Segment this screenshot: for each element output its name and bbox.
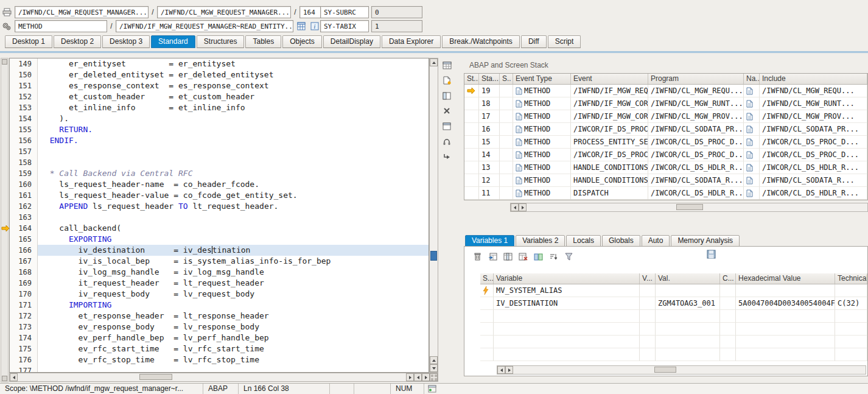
code-line[interactable]: 155 RETURN. (10, 124, 429, 135)
table-columns-button[interactable] (502, 251, 513, 262)
stack-row[interactable]: 14METHOD/IWCOR/IF_DS_PROCES.../IWCOR/CL_… (464, 149, 867, 161)
tab-standard[interactable]: Standard (151, 35, 195, 48)
next-page-button[interactable] (422, 373, 430, 381)
code-line[interactable]: 167 iv_is_local_bep = is_system_alias_in… (10, 256, 429, 267)
stack-row[interactable]: 17METHOD/IWFND/IF_MGW_CORE.../IWFND/CL_M… (464, 110, 867, 123)
goto-button[interactable] (441, 150, 453, 163)
variables-column-header-s[interactable]: S... (480, 273, 494, 284)
stack-row[interactable]: 16METHOD/IWCOR/IF_DS_PROC_E.../IWFND/CL_… (464, 123, 867, 136)
sy-tabix-field[interactable]: SY-TABIX (320, 20, 369, 32)
scroll-left-button[interactable] (10, 373, 18, 381)
code-line[interactable]: 177 (10, 365, 429, 373)
stack-row[interactable]: 12METHODHANDLE_CONDITIONS/IWFND/CL_SODAT… (464, 174, 867, 187)
stack-row[interactable]: 18METHOD/IWFND/IF_MGW_CORE_.../IWFND/CL_… (464, 97, 867, 110)
editor-horizontal-scrollbar[interactable] (9, 373, 438, 382)
code-line[interactable]: 166 iv_destination = iv_destination (10, 245, 429, 256)
sy-subrc-field[interactable]: SY-SUBRC (320, 6, 369, 18)
window-button[interactable] (441, 120, 453, 132)
tab-structures[interactable]: Structures (197, 35, 245, 48)
code-line[interactable]: 169 it_request_header = lt_request_heade… (10, 278, 429, 289)
scroll-left-button[interactable] (497, 366, 505, 374)
horizontal-scrollbar-track[interactable] (527, 203, 867, 211)
include-program-field[interactable]: /IWFND/CL_MGW_REQUEST_MANAGER... (157, 6, 291, 18)
variable-row[interactable]: IV_DESTINATIONZGM4TOAG3_0015A0047004D003… (480, 297, 867, 310)
code-line[interactable]: 170 iv_request_body = lv_request_body (10, 289, 429, 300)
variables-tab-globals[interactable]: Globals (602, 235, 640, 247)
code-line[interactable]: 150 er_deleted_entityset = er_deleted_en… (10, 69, 429, 80)
tab-objects[interactable]: Objects (282, 35, 322, 48)
tab-break-watchpoints[interactable]: Break./Watchpoints (442, 35, 520, 48)
code-line[interactable]: 174 ev_perf_handle_bep = lv_perf_handle_… (10, 332, 429, 343)
horizontal-scrollbar-thumb[interactable] (139, 374, 172, 380)
tab-script[interactable]: Script (548, 35, 581, 48)
splitter-handle-top[interactable] (2, 59, 7, 65)
variables-tab-memory-analysis[interactable]: Memory Analysis (671, 235, 740, 247)
variables-column-header-val[interactable]: Val. (656, 273, 720, 284)
code-line[interactable]: 151 es_response_context = es_response_co… (10, 80, 429, 91)
scroll-left-button[interactable] (511, 203, 519, 211)
code-line[interactable]: 161 ls_request_header-value = co_fcode_g… (10, 190, 429, 201)
tab-desktop-2[interactable]: Desktop 2 (54, 35, 101, 48)
variables-column-header-v[interactable]: V... (640, 273, 656, 284)
stack-column-header-st[interactable]: St... (464, 74, 479, 84)
close-button[interactable] (441, 105, 453, 117)
code-line[interactable]: 149 er_entityset = er_entityset (10, 58, 429, 69)
trash-button[interactable] (472, 251, 483, 262)
table-insert-button[interactable] (487, 251, 498, 262)
stack-row[interactable]: 19METHOD/IWFND/IF_MGW_REQU.../IWFND/CL_M… (464, 85, 867, 97)
code-line[interactable]: 168 iv_log_msg_handle = iv_log_msg_handl… (10, 267, 429, 278)
code-line[interactable]: 172 et_response_header = lt_response_hea… (10, 311, 429, 322)
code-line[interactable]: 162 APPEND ls_request_header TO lt_reque… (10, 201, 429, 212)
code-line[interactable]: 164 call_backend( (10, 223, 429, 234)
code-line[interactable]: 152 et_custom_header = et_custom_header (10, 91, 429, 102)
code-line[interactable]: 154 ). (10, 113, 429, 124)
code-line[interactable]: 158 (10, 157, 429, 168)
info-button[interactable]: i (309, 21, 320, 32)
table-delete-button[interactable] (517, 251, 528, 262)
scroll-up-button[interactable] (430, 58, 438, 66)
tab-desktop-3[interactable]: Desktop 3 (102, 35, 150, 48)
code-line[interactable]: 163 (10, 212, 429, 223)
variable-row[interactable] (480, 336, 867, 348)
compare-button[interactable] (533, 251, 544, 262)
variables-tab-variables-1[interactable]: Variables 1 (465, 235, 514, 247)
stack-column-header-event[interactable]: Event (571, 74, 648, 84)
variable-row[interactable] (480, 310, 867, 323)
grid-button[interactable] (296, 21, 307, 32)
layout-button[interactable] (441, 90, 453, 102)
code-line[interactable]: 175 ev_rfc_start_time = lv_rfc_start_tim… (10, 343, 429, 354)
code-editor[interactable]: 149 er_entityset = er_entityset150 er_de… (9, 58, 429, 373)
new-document-button[interactable] (441, 74, 453, 86)
tab-data-explorer[interactable]: Data Explorer (382, 35, 441, 48)
code-line[interactable]: 156 ENDIF. (10, 135, 429, 146)
filter-button[interactable] (563, 251, 574, 262)
variable-row[interactable] (480, 348, 867, 361)
stack-row[interactable]: 15METHODPROCESS_ENTITY_SET/IWCOR/CL_DS_P… (464, 136, 867, 149)
prev-page-button[interactable] (414, 373, 422, 381)
variables-tab-variables-2[interactable]: Variables 2 (516, 235, 565, 247)
save-button[interactable] (707, 250, 716, 259)
stack-row[interactable]: 11METHODDISPATCH/IWCOR/CL_DS_HDLR_R.../I… (464, 187, 867, 200)
scroll-right-button[interactable] (519, 203, 527, 211)
tab-detaildisplay[interactable]: DetailDisplay (323, 35, 380, 48)
variables-column-header-hexadecimal-value[interactable]: Hexadecimal Value (736, 273, 835, 284)
variable-row[interactable]: MV_SYSTEM_ALIAS (480, 284, 867, 297)
horizontal-scrollbar-thumb[interactable] (654, 367, 676, 373)
main-program-field[interactable]: /IWFND/CL_MGW_REQUEST_MANAGER... (15, 6, 149, 18)
code-line[interactable]: 153 et_inline_info = et_inline_info (10, 102, 429, 113)
sort-button[interactable] (548, 251, 559, 262)
scroll-right-button[interactable] (505, 366, 513, 374)
tab-desktop-1[interactable]: Desktop 1 (5, 35, 52, 48)
tab-diff[interactable]: Diff (521, 35, 547, 48)
code-line[interactable]: 160 ls_request_header-name = co_header_f… (10, 179, 429, 190)
horizontal-scrollbar-thumb[interactable] (676, 204, 703, 210)
scroll-right-button[interactable] (406, 373, 414, 381)
vertical-scrollbar-thumb[interactable] (430, 251, 437, 261)
variables-column-header-technical[interactable]: Technical... (835, 273, 867, 284)
scroll-down-button[interactable] (430, 364, 438, 372)
stack-horizontal-scrollbar[interactable] (510, 203, 868, 212)
event-type-field[interactable]: METHOD (15, 20, 107, 32)
stack-column-header-sta[interactable]: Sta... (479, 74, 500, 84)
variables-column-header-variable[interactable]: Variable (494, 273, 640, 284)
code-line[interactable]: 159 * Call Backend via Central RFC (10, 168, 429, 179)
